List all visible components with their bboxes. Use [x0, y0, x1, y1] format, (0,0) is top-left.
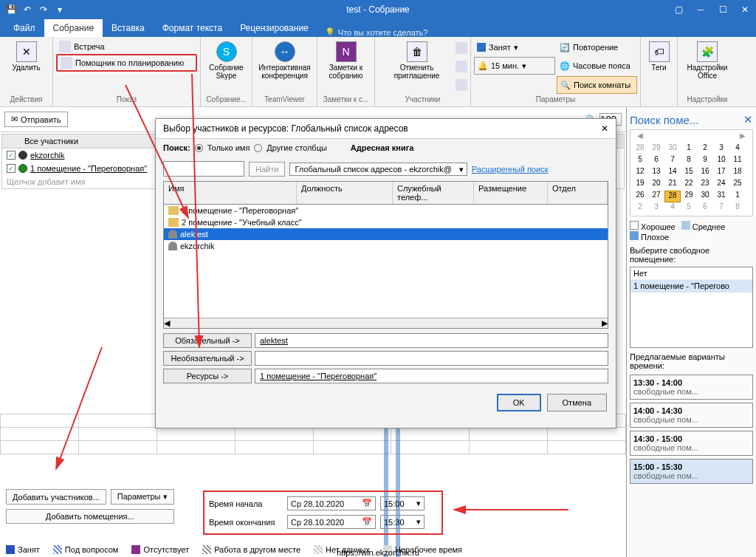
maximize-icon[interactable]: ☐ — [712, 0, 734, 18]
dialog-search-input[interactable] — [163, 161, 244, 177]
addins-button[interactable]: 🧩 Надстройки Office — [681, 39, 734, 82]
ribbon-options-icon[interactable]: ▢ — [667, 0, 690, 18]
calendar-day[interactable]: 3 — [648, 202, 664, 214]
other-columns-radio[interactable] — [254, 144, 262, 152]
calendar-day[interactable]: 20 — [648, 179, 664, 191]
required-button[interactable]: Обязательный -> — [163, 333, 252, 348]
next-month-icon[interactable]: ▶ — [735, 131, 751, 143]
list-item[interactable]: 2 помещение - "Учебный класс" — [164, 216, 608, 228]
time-slot[interactable]: 13:30 - 14:00свободные пом... — [630, 375, 753, 400]
tab-insert[interactable]: Вставка — [103, 19, 154, 37]
start-time-input[interactable]: 15:00▾ — [380, 496, 425, 510]
chevron-down-icon[interactable]: ▾ — [416, 517, 421, 527]
calendar-day[interactable]: 5 — [681, 202, 697, 214]
address-book-icon[interactable] — [456, 42, 467, 54]
calendar-day[interactable]: 28 — [632, 143, 648, 155]
calendar-picker-icon[interactable]: 📅 — [362, 499, 372, 508]
teamviewer-button[interactable]: ↔ Интерактивная конференция — [255, 39, 314, 82]
tab-file[interactable]: Файл — [4, 19, 44, 37]
list-item[interactable]: ekzorchik — [164, 240, 608, 252]
time-slot[interactable]: 14:30 - 15:00свободные пом... — [630, 431, 753, 456]
calendar-day[interactable]: 27 — [648, 191, 664, 202]
time-slot[interactable]: 14:00 - 14:30свободные пом... — [630, 403, 753, 428]
undo-icon[interactable]: ↶ — [21, 3, 34, 16]
optional-button[interactable]: Необязательный -> — [163, 351, 252, 366]
options-dropdown[interactable]: Параметры ▾ — [111, 489, 174, 505]
checkbox-icon[interactable]: ✓ — [7, 164, 16, 173]
calendar-day[interactable]: 4 — [664, 202, 681, 214]
calendar-day[interactable]: 3 — [713, 143, 729, 155]
minimize-icon[interactable]: ─ — [690, 0, 712, 18]
find-button[interactable]: Найти — [249, 162, 285, 177]
address-book-dropdown[interactable]: Глобальный список адресов - ekzorchik@ ▾ — [289, 163, 467, 176]
send-button[interactable]: ✉ Отправить — [4, 112, 68, 127]
calendar-day[interactable]: 1 — [681, 143, 697, 155]
end-time-marker[interactable] — [396, 414, 400, 557]
check-names-icon[interactable] — [456, 61, 467, 72]
tab-format[interactable]: Формат текста — [154, 19, 231, 37]
calendar-day[interactable]: 8 — [681, 155, 697, 167]
calendar-day[interactable]: 30 — [664, 143, 681, 155]
only-name-radio[interactable] — [195, 144, 203, 152]
calendar-day[interactable]: 7 — [713, 202, 729, 214]
tell-me-search[interactable]: 💡 Что вы хотите сделать? — [325, 27, 428, 37]
calendar-day[interactable]: 29 — [681, 191, 697, 202]
calendar-day[interactable]: 7 — [664, 155, 681, 167]
skype-meeting-button[interactable]: S Собрание Skype — [204, 39, 249, 82]
calendar-day[interactable]: 4 — [729, 143, 746, 155]
room-finder-button[interactable]: 🔍 Поиск комнаты — [557, 76, 637, 94]
add-rooms-button[interactable]: Добавить помещения... — [6, 509, 174, 524]
optional-field[interactable] — [255, 351, 608, 366]
start-date-input[interactable]: Ср 28.10.2020📅 — [287, 496, 376, 510]
onenote-button[interactable]: N Заметки к собранию — [320, 39, 371, 82]
tab-review[interactable]: Рецензирование — [231, 19, 317, 37]
list-item[interactable]: alektest — [164, 228, 608, 240]
calendar-day[interactable]: 10 — [713, 155, 729, 167]
cancel-button[interactable]: Отмена — [547, 394, 607, 411]
end-date-input[interactable]: Ср 28.10.2020📅 — [287, 515, 376, 529]
address-list[interactable]: Имя Должность Служебный телеф... Размеще… — [163, 181, 608, 329]
calendar-picker-icon[interactable]: 📅 — [362, 517, 372, 527]
calendar-day[interactable]: 12 — [632, 167, 648, 179]
room-list[interactable]: Нет 1 помещение - "Перегово — [630, 267, 753, 348]
calendar-day[interactable]: 6 — [648, 155, 664, 167]
resources-field[interactable]: 1 помещение - "Переговорная" — [255, 369, 608, 383]
save-icon[interactable]: 💾 — [4, 3, 18, 16]
calendar-day[interactable]: 30 — [697, 191, 713, 202]
scheduling-assistant-button[interactable]: Помощник по планированию — [56, 54, 197, 72]
close-icon[interactable]: ✕ — [734, 0, 756, 18]
calendar-day[interactable]: 16 — [697, 167, 713, 179]
delete-button[interactable]: ✕ Удалить — [3, 39, 49, 74]
calendar-day[interactable]: 21 — [664, 179, 681, 191]
show-as-dropdown[interactable]: Занят▾ — [474, 39, 555, 55]
calendar-day[interactable]: 5 — [632, 155, 648, 167]
calendar-day[interactable]: 18 — [729, 167, 746, 179]
advanced-search-link[interactable]: Расширенный поиск — [472, 165, 549, 174]
calendar-day[interactable]: 24 — [713, 179, 729, 191]
checkbox-icon[interactable]: ✓ — [7, 151, 16, 160]
ok-button[interactable]: OK — [497, 394, 541, 411]
calendar-day[interactable]: 14 — [664, 167, 681, 179]
resources-button[interactable]: Ресурсы -> — [163, 369, 252, 383]
calendar-day[interactable]: 31 — [713, 191, 729, 202]
calendar-day[interactable]: 29 — [648, 143, 664, 155]
list-item[interactable]: 1 помещение - "Переговорная" — [164, 205, 608, 216]
calendar-day[interactable]: 15 — [681, 167, 697, 179]
end-time-input[interactable]: 15:30▾ — [380, 515, 425, 529]
appointment-button[interactable]: Встреча — [56, 39, 197, 54]
reminder-dropdown[interactable]: 🔔 15 мин.▾ — [474, 57, 555, 75]
calendar-day[interactable]: 11 — [729, 155, 746, 167]
tags-button[interactable]: 🏷 Теги — [644, 39, 674, 74]
month-calendar[interactable]: ◀▶ 2829301234567891011121314151617181920… — [630, 129, 753, 216]
dialog-close-icon[interactable]: ✕ — [601, 123, 608, 134]
calendar-day[interactable]: 17 — [713, 167, 729, 179]
calendar-day[interactable]: 2 — [697, 143, 713, 155]
calendar-day[interactable]: 9 — [697, 155, 713, 167]
calendar-day[interactable]: 8 — [729, 202, 746, 214]
calendar-day[interactable]: 22 — [681, 179, 697, 191]
calendar-day[interactable]: 13 — [648, 167, 664, 179]
scheduling-grid[interactable] — [0, 414, 626, 557]
close-pane-icon[interactable]: ✕ — [743, 113, 753, 126]
start-time-marker[interactable] — [384, 414, 388, 557]
room-list-item[interactable]: 1 помещение - "Перегово — [630, 280, 752, 293]
